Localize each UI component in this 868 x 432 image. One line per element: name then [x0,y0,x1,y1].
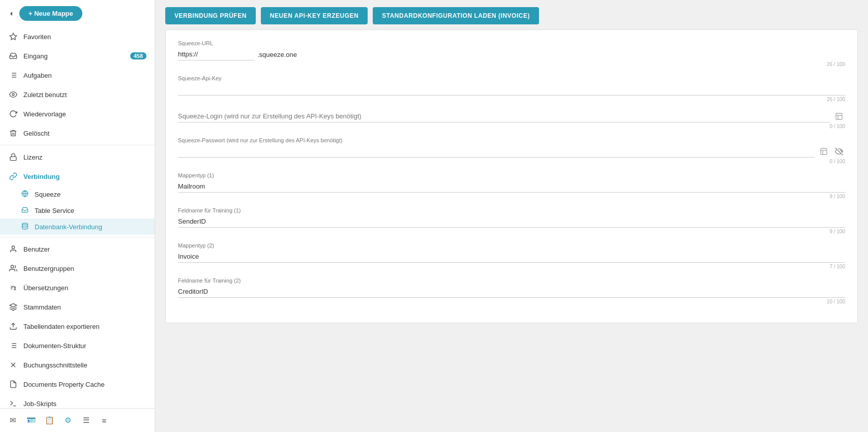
sidebar-item-tabellendaten[interactable]: Tabellendaten exportieren [0,317,155,336]
feldname1-count: 9 / 100 [178,229,845,234]
feldname2-label: Feldname für Training (2) [178,277,845,284]
file-cache-icon [8,379,18,389]
sidebar-item-label: Übersetzungen [23,284,68,292]
inbox-icon [8,51,18,61]
sidebar-bottom-toolbar: ✉ 🪪 📋 ⚙ ☰ ≡ [0,408,155,432]
gear-icon[interactable]: ⚙ [60,413,75,428]
svg-rect-8 [10,157,16,160]
sidebar-item-eingang[interactable]: Eingang 458 [0,46,155,66]
list-ul-icon[interactable]: ☰ [78,413,94,428]
sidebar-item-wiedervorlage[interactable]: Wiedervorlage [0,104,155,124]
mappentyp2-input[interactable] [178,251,845,263]
feldname2-field: Feldname für Training (2) 10 / 100 [178,277,845,304]
sidebar-item-lizenz[interactable]: Lizenz [0,147,155,167]
sidebar-item-documents-property-cache[interactable]: Documents Property Cache [0,375,155,394]
translate-icon [8,283,18,293]
password-visibility-btn[interactable] [833,145,845,158]
password-row [178,145,845,158]
sidebar-item-label: Wiedervorlage [23,110,66,118]
list-icon [8,70,18,80]
svg-marker-0 [10,33,16,40]
sidebar-item-label: Zuletzt benutzt [23,91,67,99]
collapse-button[interactable] [7,10,15,18]
main-toolbar: Verbindung prüfen Neuen API-Key erzeugen… [155,0,868,29]
bars-icon[interactable]: ≡ [97,413,112,428]
neue-mappe-label: + Neue Mappe [28,10,73,17]
login-icon-btn[interactable] [833,110,845,122]
sidebar-item-job-skripts[interactable]: Job-Skripts [0,394,155,408]
mappentyp2-label: Mappentyp (2) [178,242,845,249]
mappentyp2-field: Mappentyp (2) 7 / 100 [178,242,845,269]
feldname1-label: Feldname für Training (1) [178,207,845,213]
sidebar-subitem-squeeze[interactable]: Squeeze [0,186,155,202]
api-key-label: Squeeze-Api-Key [178,75,845,81]
password-icon-btn[interactable] [818,145,830,158]
sidebar-item-label: Lizenz [23,153,43,161]
envelope-icon[interactable]: ✉ [5,413,20,428]
feldname1-input[interactable] [178,215,845,228]
sidebar-item-benutzergruppen[interactable]: Benutzergruppen [0,259,155,278]
eye-icon [8,89,18,100]
mappentyp2-count: 7 / 100 [178,264,845,269]
feldname1-field: Feldname für Training (1) 9 / 100 [178,207,845,234]
mappentyp1-count: 9 / 100 [178,194,845,199]
mappentyp1-label: Mappentyp (1) [178,172,845,178]
sidebar-item-favoriten[interactable]: Favoriten [0,27,155,46]
sidebar-item-label: Tabellendaten exportieren [23,323,100,330]
star-icon [8,32,18,42]
users-icon [8,263,18,273]
eingang-badge: 458 [130,52,146,59]
api-key-input[interactable] [178,83,845,96]
mappentyp1-input[interactable] [178,180,845,193]
id-card-icon[interactable]: 🪪 [23,413,39,428]
sidebar-item-buchungsschnittstelle[interactable]: Buchungsschnittstelle [0,355,155,375]
svg-point-11 [22,223,28,225]
sidebar-item-label: Job-Skripts [23,400,56,408]
verbindung-pruefen-button[interactable]: Verbindung prüfen [165,7,256,24]
sidebar-item-uebersetzungen[interactable]: Übersetzungen [0,278,155,297]
trash-icon [8,128,18,138]
squeeze-url-input[interactable] [178,48,254,60]
sidebar-item-label: Favoriten [23,33,51,41]
sidebar-item-benutzer[interactable]: Benutzer [0,239,155,259]
sidebar-item-verbindung[interactable]: Verbindung [0,167,155,186]
user-icon [8,244,18,254]
password-input[interactable] [178,145,815,158]
sidebar-item-zuletzt[interactable]: Zuletzt benutzt [0,85,155,104]
table-service-icon [21,206,29,214]
squeeze-url-count: 26 / 100 [178,61,845,67]
sidebar-item-label: Buchungsschnittstelle [23,361,87,369]
svg-rect-30 [821,148,827,155]
svg-point-7 [12,94,14,96]
password-field: Squeeze-Passwort (wird nur zur Erstellun… [178,137,845,164]
sidebar-item-label: Documents Property Cache [23,381,105,388]
sidebar-item-label: Gelöscht [23,130,49,137]
main-panel: Verbindung prüfen Neuen API-Key erzeugen… [155,0,868,432]
login-count: 0 / 100 [178,124,845,129]
neue-mappe-button[interactable]: + Neue Mappe [19,6,82,21]
feldname2-input[interactable] [178,286,845,298]
squeeze-url-label: Squeeze-URL [178,40,845,46]
sidebar-item-stammdaten[interactable]: Stammdaten [0,297,155,317]
list-alt-icon [8,341,18,351]
svg-point-12 [12,246,14,249]
sidebar-item-geloescht[interactable]: Gelöscht [0,124,155,143]
feldname2-count: 10 / 100 [178,299,845,304]
sidebar-subitem-table-service[interactable]: Table Service [0,202,155,219]
sidebar: + Neue Mappe Favoriten Eingang 458 Aufga… [0,0,155,432]
clipboard-icon[interactable]: 📋 [42,413,57,428]
sidebar-item-aufgaben[interactable]: Aufgaben [0,66,155,85]
login-input[interactable] [178,110,830,122]
password-label: Squeeze-Passwort (wird nur zur Erstellun… [178,137,845,143]
divider [0,145,155,145]
link-icon [8,171,18,181]
login-field: 0 / 100 [178,110,845,129]
svg-point-13 [11,265,13,268]
standardkonfiguration-button[interactable]: Standardkonfiguration laden (Invoice) [373,7,539,24]
neuen-api-key-button[interactable]: Neuen API-Key erzeugen [261,7,368,24]
sidebar-item-dokumenten-struktur[interactable]: Dokumenten-Struktur [0,336,155,355]
sidebar-subitem-datenbank[interactable]: Datenbank-Verbindung [0,219,155,235]
layers-icon [8,302,18,312]
refresh-icon [8,109,18,119]
sidebar-item-label: Stammdaten [23,303,61,311]
